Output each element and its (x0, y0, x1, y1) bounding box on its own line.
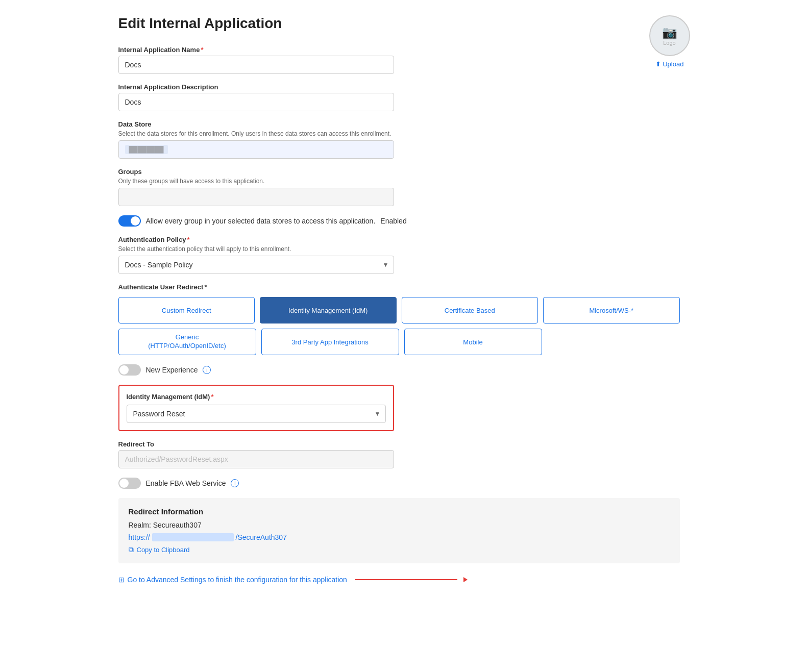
redirect-options-row2: Generic(HTTP/OAuth/OpenID/etc) 3rd Party… (118, 329, 542, 355)
idm-select[interactable]: Password Reset (127, 405, 386, 423)
auth-policy-select-wrapper: Docs - Sample Policy ▼ (118, 256, 394, 274)
redirect-options-row1: Custom Redirect Identity Management (IdM… (118, 297, 680, 323)
new-experience-toggle[interactable] (118, 364, 141, 376)
data-store-tag: ████████ (125, 145, 168, 154)
advanced-link-text: Go to Advanced Settings to finish the co… (128, 576, 347, 584)
redirect-to-group: Redirect To (118, 440, 690, 468)
url-blurred (152, 533, 234, 541)
logo-circle: 📷 Logo (649, 15, 690, 56)
new-experience-info-icon[interactable]: i (203, 366, 211, 374)
redirect-3rdparty-button[interactable]: 3rd Party App Integrations (261, 329, 399, 355)
realm-url: https:// /SecureAuth307 (129, 533, 670, 541)
idm-select-wrapper: Password Reset ▼ (127, 405, 386, 423)
auth-redirect-required: * (204, 283, 207, 291)
logo-area: 📷 Logo ⬆ Upload (649, 15, 690, 68)
copy-label: Copy to Clipboard (137, 546, 190, 554)
redirect-custom-button[interactable]: Custom Redirect (118, 297, 255, 323)
groups-sublabel: Only these groups will have access to th… (118, 178, 690, 185)
upload-button[interactable]: ⬆ Upload (655, 60, 684, 68)
new-experience-row: New Experience i (118, 364, 690, 376)
url-prefix: https:// (129, 533, 150, 541)
copy-icon: ⧉ (129, 545, 134, 554)
redirect-idm-button[interactable]: Identity Management (IdM) (260, 297, 397, 323)
groups-group: Groups Only these groups will have acces… (118, 168, 690, 206)
fba-label: Enable FBA Web Service (146, 479, 226, 487)
app-name-input[interactable] (118, 56, 394, 74)
advanced-link-icon: ⊞ (118, 576, 125, 584)
copy-to-clipboard-button[interactable]: ⧉ Copy to Clipboard (129, 545, 190, 554)
arrow-tip-icon (463, 577, 468, 582)
data-store-input[interactable]: ████████ (118, 140, 394, 159)
auth-policy-group: Authentication Policy * Select the authe… (118, 236, 690, 274)
redirect-info-title: Redirect Information (129, 507, 670, 516)
realm-text: Realm: Secureauth307 (129, 521, 670, 529)
redirect-to-input[interactable] (118, 450, 394, 468)
advanced-link-row: ⊞ Go to Advanced Settings to finish the … (118, 576, 690, 584)
new-experience-label: New Experience (146, 366, 198, 374)
camera-icon: 📷 (662, 26, 677, 40)
redirect-cert-button[interactable]: Certificate Based (402, 297, 538, 323)
groups-input[interactable] (118, 188, 394, 206)
data-store-sublabel: Select the data stores for this enrollme… (118, 130, 690, 137)
auth-policy-label: Authentication Policy * (118, 236, 690, 243)
data-store-label: Data Store (118, 120, 690, 128)
page-title: Edit Internal Application (118, 15, 690, 32)
redirect-ms-button[interactable]: Microsoft/WS-* (543, 297, 680, 323)
realm-value: Secureauth307 (153, 521, 202, 529)
app-desc-input[interactable] (118, 93, 394, 111)
app-name-group: Internal Application Name * (118, 46, 690, 74)
realm-label: Realm: (129, 521, 151, 529)
redirect-info-box: Redirect Information Realm: Secureauth30… (118, 498, 680, 563)
fba-info-icon[interactable]: i (231, 479, 239, 487)
idm-section-label: Identity Management (IdM) * (127, 393, 386, 401)
app-desc-group: Internal Application Description (118, 83, 690, 111)
auth-policy-required: * (187, 236, 189, 243)
allow-groups-toggle-row: Allow every group in your selected data … (118, 215, 690, 227)
fba-toggle[interactable] (118, 478, 141, 489)
logo-text: Logo (663, 40, 675, 46)
redirect-mobile-button[interactable]: Mobile (404, 329, 542, 355)
required-star: * (201, 46, 203, 54)
allow-groups-toggle[interactable] (118, 215, 141, 227)
data-store-group: Data Store Select the data stores for th… (118, 120, 690, 159)
groups-label: Groups (118, 168, 690, 176)
fba-row: Enable FBA Web Service i (118, 478, 690, 489)
app-name-label: Internal Application Name * (118, 46, 690, 54)
enabled-text: Enabled (380, 217, 406, 225)
idm-section: Identity Management (IdM) * Password Res… (118, 385, 394, 431)
redirect-generic-button[interactable]: Generic(HTTP/OAuth/OpenID/etc) (118, 329, 256, 355)
arrow-line (353, 579, 457, 580)
advanced-settings-link[interactable]: ⊞ Go to Advanced Settings to finish the … (118, 576, 347, 584)
auth-redirect-label: Authenticate User Redirect * (118, 283, 690, 291)
auth-policy-sublabel: Select the authentication policy that wi… (118, 245, 690, 253)
idm-required: * (211, 393, 213, 401)
allow-groups-label: Allow every group in your selected data … (146, 217, 376, 225)
auth-redirect-group: Authenticate User Redirect * Custom Redi… (118, 283, 690, 355)
app-desc-label: Internal Application Description (118, 83, 690, 91)
auth-policy-select[interactable]: Docs - Sample Policy (118, 256, 394, 274)
redirect-to-label: Redirect To (118, 440, 690, 448)
url-suffix: /SecureAuth307 (236, 533, 287, 541)
